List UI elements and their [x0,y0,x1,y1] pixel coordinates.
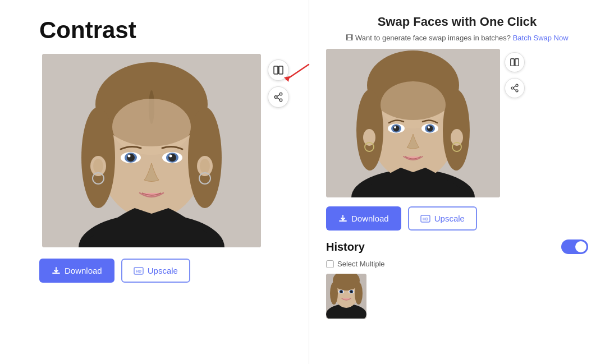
svg-point-15 [168,154,176,162]
svg-point-71 [355,282,363,305]
download-icon-left [52,266,61,275]
svg-point-26 [279,93,282,95]
svg-line-62 [514,89,516,90]
svg-rect-23 [274,66,278,74]
svg-rect-55 [511,59,514,66]
svg-point-70 [330,282,338,305]
history-thumbs [326,274,588,319]
svg-point-8 [112,99,191,155]
svg-text:HD: HD [423,217,428,221]
download-button-left[interactable]: Download [39,259,114,283]
svg-line-30 [277,98,279,99]
contrast-title: Contrast [39,17,136,44]
history-thumb-item[interactable] [326,274,366,319]
svg-point-11 [127,154,135,162]
right-icon-col [505,49,525,98]
svg-line-29 [277,95,279,96]
svg-point-50 [428,126,430,128]
history-header: History [326,239,588,254]
right-panel: Swap Faces with One Click 🎞 Want to gene… [315,0,605,364]
left-image-wrapper [42,54,261,247]
svg-line-61 [514,86,516,87]
upscale-button-left[interactable]: HD Upscale [121,259,190,283]
left-actions: Download HD Upscale [39,259,190,283]
select-multiple-row: Select Multiple [326,260,588,268]
panel-divider [309,0,309,364]
share-button-right[interactable] [505,78,525,98]
svg-point-52 [451,129,463,146]
compare-button-right[interactable] [505,52,525,72]
svg-point-77 [350,291,352,293]
download-icon-right [338,214,347,223]
svg-point-74 [340,291,342,293]
svg-point-51 [363,129,375,146]
history-section: History Select Multiple [326,239,588,319]
svg-point-45 [393,126,400,132]
right-image [326,49,500,197]
share-button-left[interactable] [268,86,289,108]
svg-point-49 [427,126,433,132]
toggle-knob [575,241,586,252]
select-multiple-checkbox[interactable] [326,260,334,268]
share-icon-right [510,84,519,93]
svg-point-58 [516,84,518,86]
batch-swap-link[interactable]: Batch Swap Now [513,34,569,42]
batch-notice: 🎞 Want to generate face swap images in b… [326,34,588,42]
upscale-button-right[interactable]: HD Upscale [408,206,477,231]
svg-point-20 [200,159,210,173]
left-image [42,54,261,247]
svg-point-16 [169,155,172,158]
svg-point-12 [128,155,131,158]
compare-icon-right [510,57,520,67]
history-title: History [326,241,365,254]
hd-icon-left: HD [134,267,144,275]
select-multiple-label: Select Multiple [337,260,385,268]
share-icon-left [273,92,283,102]
svg-marker-32 [284,76,290,82]
download-button-right[interactable]: Download [326,206,401,231]
svg-point-18 [93,159,103,173]
right-actions: Download HD Upscale [326,206,588,231]
svg-point-27 [274,96,277,99]
left-panel: Contrast [0,0,303,364]
history-toggle[interactable] [561,239,588,254]
hd-icon-right: HD [420,215,430,223]
svg-line-31 [286,64,309,80]
svg-rect-56 [515,59,519,66]
svg-point-59 [511,87,514,89]
svg-text:HD: HD [136,269,141,273]
arrow-indicator [281,62,311,84]
right-title: Swap Faces with One Click [326,15,588,29]
right-image-row [326,49,588,197]
svg-point-28 [279,99,282,102]
svg-point-60 [516,90,518,92]
svg-point-46 [394,126,396,128]
